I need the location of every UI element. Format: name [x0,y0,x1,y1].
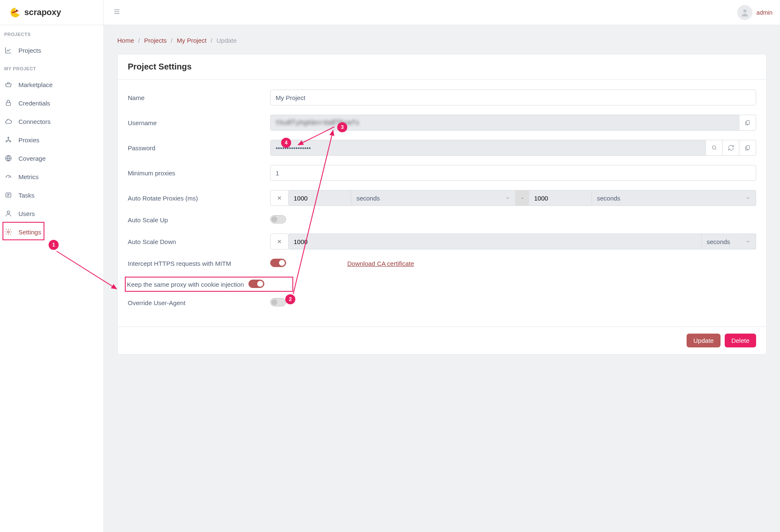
svg-rect-1 [6,103,11,105]
sidebar-item-label: Users [18,210,35,217]
svg-point-2 [8,137,9,138]
user-menu[interactable]: admin [737,5,772,20]
eye-icon [711,144,718,151]
globe-icon [4,154,13,162]
sidebar-item-users[interactable]: Users [0,204,103,223]
sidebar-item-label: Metrics [18,173,39,180]
auto-scale-down-unit-select[interactable]: seconds [702,234,756,249]
sidebar-item-label: Settings [18,229,41,236]
auto-scale-up-toggle[interactable] [270,215,289,224]
delete-button[interactable]: Delete [725,334,756,347]
list-icon [4,191,13,199]
basket-icon [4,80,13,89]
sidebar-item-credentials[interactable]: Credentials [0,94,103,112]
svg-point-8 [8,231,10,233]
gear-icon [4,228,13,236]
label-min-proxies: Minimum proxies [128,170,270,177]
auto-rotate-max-unit-select[interactable]: seconds [592,190,756,206]
label-name: Name [128,94,270,101]
range-separator: - [516,190,529,206]
nav-section-projects: PROJECTS [0,25,103,41]
sidebar-item-label: Tasks [18,192,34,199]
nav-section-myproject: MY PROJECT [0,59,103,75]
cookie-injection-toggle[interactable] [248,280,267,289]
sidebar-item-proxies[interactable]: Proxies [0,131,103,149]
label-auto-scale-down: Auto Scale Down [128,238,270,245]
sidebar-item-label: Credentials [18,100,50,107]
gauge-icon [4,172,13,181]
svg-rect-10 [746,121,749,124]
user-name: admin [757,9,772,16]
mitm-toggle[interactable] [270,259,289,268]
avatar-icon [737,5,752,20]
sidebar: scrapoxy PROJECTS Projects MY PROJECT Ma… [0,0,104,532]
close-icon [276,239,282,244]
breadcrumb-current: Update [217,37,237,44]
clipboard-icon [744,119,751,126]
breadcrumb: Home / Projects / My Project / Update [117,33,767,54]
callout-3: 3 [337,122,347,132]
lock-icon [4,99,13,107]
label-username: Username [128,119,270,126]
sidebar-item-label: Connectors [18,118,51,125]
auto-scale-down-disable-button[interactable] [270,234,289,249]
brand: scrapoxy [0,0,103,25]
sidebar-item-label: Projects [18,47,41,54]
close-icon [276,195,282,201]
auto-rotate-disable-button[interactable] [270,190,289,206]
callout-2: 2 [285,294,295,304]
hamburger-icon[interactable] [111,6,122,18]
password-input [270,140,706,156]
auto-rotate-min-unit-select[interactable]: seconds [351,190,516,206]
sidebar-item-projects[interactable]: Projects [0,41,103,59]
label-override-ua: Override User-Agent [128,299,270,306]
copy-username-button[interactable] [739,115,756,131]
sidebar-item-metrics[interactable]: Metrics [0,167,103,186]
label-password: Password [128,144,270,152]
header: admin [104,0,780,25]
reveal-password-button[interactable] [706,140,723,156]
page-title: Project Settings [128,62,756,72]
breadcrumb-project[interactable]: My Project [177,37,207,44]
sidebar-item-coverage[interactable]: Coverage [0,149,103,167]
name-input[interactable] [270,90,756,105]
breadcrumb-home[interactable]: Home [117,37,134,44]
min-proxies-input[interactable] [270,165,756,181]
label-mitm: Intercept HTTPS requests with MITM [128,260,270,267]
sidebar-item-label: Coverage [18,155,46,162]
sidebar-item-tasks[interactable]: Tasks [0,186,103,204]
pacman-logo-icon [10,7,21,18]
sidebar-item-marketplace[interactable]: Marketplace [0,75,103,94]
chart-icon [4,46,13,54]
sidebar-item-label: Marketplace [18,81,53,88]
breadcrumb-sep: / [171,37,173,44]
brand-name: scrapoxy [24,8,61,17]
auto-scale-down-input[interactable] [289,234,702,249]
label-cookie-injection: Keep the same proxy with cookie injectio… [127,281,248,288]
sidebar-item-label: Proxies [18,136,39,144]
update-button[interactable]: Update [687,334,720,347]
clipboard-icon [744,144,751,151]
cloud-icon [4,117,13,126]
svg-point-11 [712,146,715,149]
auto-rotate-max-input[interactable] [529,190,592,206]
network-icon [4,136,13,144]
svg-point-9 [743,9,746,12]
regenerate-password-button[interactable] [723,140,739,156]
sidebar-item-settings[interactable]: Settings [0,223,103,241]
sidebar-item-connectors[interactable]: Connectors [0,112,103,131]
breadcrumb-sep: / [211,37,212,44]
user-icon [4,209,13,218]
callout-1: 1 [49,240,59,250]
breadcrumb-projects[interactable]: Projects [144,37,167,44]
svg-rect-12 [746,146,749,149]
copy-password-button[interactable] [739,140,756,156]
auto-rotate-min-input[interactable] [289,190,351,206]
svg-point-7 [7,211,10,213]
label-auto-rotate: Auto Rotate Proxies (ms) [128,195,270,202]
download-ca-link[interactable]: Download CA certificate [347,260,414,267]
refresh-icon [728,144,734,151]
breadcrumb-sep: / [138,37,140,44]
settings-card: Project Settings Name Username tku0Tyh [117,54,767,355]
label-auto-scale-up: Auto Scale Up [128,216,270,224]
